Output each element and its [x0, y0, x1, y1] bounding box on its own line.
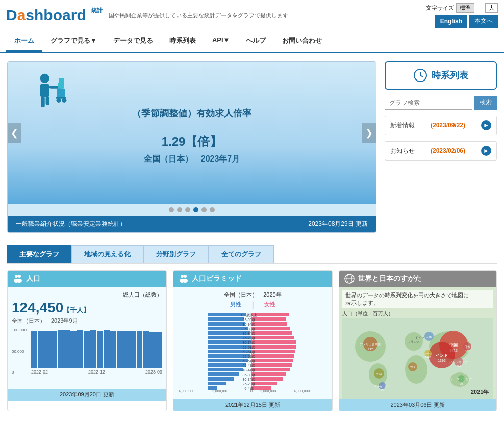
- svg-rect-40: [251, 327, 290, 330]
- svg-text:アメリカ合衆国: アメリカ合衆国: [360, 343, 381, 346]
- font-standard-btn[interactable]: 標準: [456, 3, 474, 13]
- carousel-next-btn[interactable]: ❯: [362, 123, 376, 143]
- svg-rect-42: [251, 336, 294, 339]
- y-axis-labels: 100,000 50,000 0: [12, 328, 27, 375]
- svg-text:インドネシア: インドネシア: [449, 361, 468, 364]
- world-map-svg: 中国 1413 インド 1393 アメリカ合衆国 337 日本 126 214: [342, 318, 493, 399]
- pop-location: 全国（日本） 2023年9月: [12, 317, 162, 325]
- banner-title: （季節調整値）有効求人倍率: [132, 107, 251, 119]
- dot-1[interactable]: [169, 207, 174, 212]
- tab-all-graphs[interactable]: 全てのグラフ: [209, 245, 274, 263]
- dot-2[interactable]: [177, 207, 182, 212]
- svg-rect-23: [208, 327, 248, 330]
- search-button[interactable]: 検索: [474, 96, 497, 110]
- notice-arrow-btn[interactable]: ►: [481, 146, 491, 156]
- bar: [38, 331, 44, 368]
- nav-link-data[interactable]: データで見る: [105, 31, 161, 50]
- nav-link-api[interactable]: API▼: [204, 31, 238, 49]
- timeseries-button[interactable]: 時系列表: [385, 61, 497, 90]
- nav-item-help[interactable]: ヘルプ: [238, 31, 274, 52]
- tab-main-graphs[interactable]: 主要なグラフ: [7, 245, 71, 263]
- nav-item-api[interactable]: API▼: [204, 31, 238, 52]
- nav-link-contact[interactable]: お問い合わせ: [274, 31, 330, 50]
- font-large-btn[interactable]: 大: [485, 3, 498, 13]
- svg-rect-3: [41, 97, 44, 107]
- svg-rect-45: [251, 350, 295, 353]
- bar: [58, 330, 64, 368]
- nav-item-home[interactable]: ホーム: [6, 31, 42, 52]
- svg-text:0: 0: [250, 389, 253, 393]
- lang-controls: English 本文へ: [435, 15, 498, 28]
- header-description: 国や民間企業等が提供している主要な統計データをグラフで提供します: [109, 12, 288, 19]
- globe-icon: [344, 274, 355, 284]
- bar: [84, 331, 90, 368]
- search-input[interactable]: [385, 96, 472, 110]
- honbun-btn[interactable]: 本文へ: [469, 15, 498, 28]
- svg-point-8: [62, 98, 66, 103]
- world-desc: 世界のデータの時系列変化を円の大きさで地図に表示します。: [342, 290, 493, 308]
- svg-text:35-39歳: 35-39歳: [243, 373, 256, 377]
- bar: [77, 330, 83, 368]
- population-card-footer: 2023年09月20日 更新: [8, 389, 166, 401]
- nav-item-timeseries[interactable]: 時系列表: [161, 31, 204, 52]
- svg-text:90-94歳: 90-94歳: [243, 323, 256, 326]
- dot-6[interactable]: [210, 207, 215, 212]
- banner-dots: [8, 204, 376, 216]
- svg-rect-51: [251, 377, 283, 381]
- svg-rect-41: [251, 331, 292, 335]
- svg-text:65-69歳: 65-69歳: [243, 345, 256, 349]
- bar: [137, 331, 143, 368]
- nav-item-data[interactable]: データで見る: [105, 31, 161, 52]
- svg-text:オーストラリア: オーストラリア: [450, 378, 472, 381]
- svg-rect-5: [57, 89, 65, 98]
- dot-3[interactable]: [185, 207, 190, 212]
- population-card: 人口 総人口（総数） 124,450【千人】 全国（日本） 2023年9月 10…: [7, 270, 167, 411]
- nav-link-help[interactable]: ヘルプ: [238, 31, 274, 50]
- news-arrow-btn[interactable]: ►: [481, 120, 491, 130]
- tab-field-graphs[interactable]: 分野別グラフ: [143, 245, 209, 263]
- tab-regional[interactable]: 地域の見える化: [71, 245, 143, 263]
- world-label: 世界と日本のすがた: [358, 274, 422, 283]
- svg-rect-52: [251, 382, 277, 385]
- banner-icon: [28, 72, 69, 124]
- svg-text:2,000,000: 2,000,000: [260, 389, 276, 393]
- legend-female: 女性: [264, 301, 275, 310]
- sidebar-right: 時系列表 検索 新着情報 (2023/09/22) ► お知らせ (2023/0…: [385, 61, 497, 233]
- svg-rect-31: [208, 363, 246, 367]
- main-content: ❮ （季節調整値）有効求人倍率 1.29【倍】 全国（日本） 2023年7月 ❯…: [0, 53, 504, 241]
- bar: [156, 332, 162, 368]
- nav-item-contact[interactable]: お問い合わせ: [274, 31, 330, 52]
- svg-rect-47: [251, 359, 293, 362]
- svg-rect-50: [251, 372, 286, 376]
- pyramid-legend: 男性 | 女性: [178, 301, 328, 310]
- svg-text:サウジ: サウジ: [424, 352, 432, 355]
- svg-text:26: 26: [460, 382, 463, 385]
- pyramid-card-header: 人口ピラミッド: [173, 271, 332, 287]
- svg-rect-30: [208, 359, 248, 362]
- bar-chart: [31, 328, 162, 368]
- header-controls: 文字サイズ 標準 ｜ 大 English 本文へ: [426, 3, 498, 28]
- search-row: 検索: [385, 96, 497, 110]
- nav-link-timeseries[interactable]: 時系列表: [161, 31, 204, 50]
- svg-text:25-29歳: 25-29歳: [243, 382, 256, 386]
- dot-5[interactable]: [201, 207, 207, 212]
- font-size-controls: 文字サイズ 標準 ｜ 大: [426, 3, 498, 13]
- dot-4[interactable]: [193, 207, 198, 212]
- nav-link-home[interactable]: ホーム: [6, 31, 42, 52]
- svg-text:アルゼンチン: アルゼンチン: [374, 385, 390, 388]
- svg-text:80-84歳: 80-84歳: [243, 332, 256, 335]
- timeseries-label: 時系列表: [432, 69, 468, 82]
- nav-item-graph[interactable]: グラフで見る▼: [42, 31, 105, 52]
- svg-text:1408: 1408: [425, 356, 431, 359]
- svg-rect-43: [251, 340, 296, 344]
- svg-point-0: [40, 74, 49, 83]
- english-btn[interactable]: English: [435, 15, 467, 28]
- world-card-body: 世界のデータの時系列変化を円の大きさで地図に表示します。 人口（単位：百万人）: [339, 287, 496, 399]
- nav-link-graph[interactable]: グラフで見る▼: [42, 31, 105, 50]
- carousel-prev-btn[interactable]: ❮: [8, 123, 21, 143]
- svg-text:45-49歳: 45-49歳: [243, 364, 256, 367]
- svg-rect-39: [251, 322, 287, 326]
- bar: [64, 330, 70, 368]
- news-date: (2023/09/22): [431, 122, 465, 129]
- clock-icon: [413, 68, 427, 83]
